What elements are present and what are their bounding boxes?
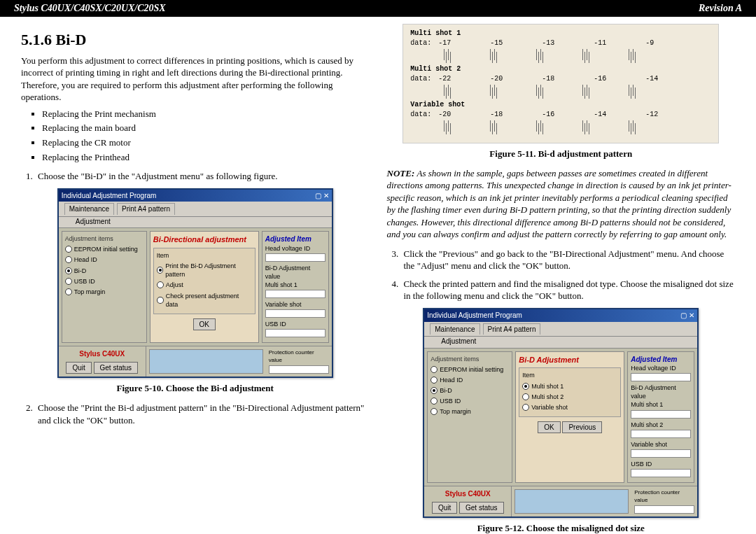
field-value [631, 430, 691, 438]
tab-adjustment[interactable]: Adjustment [59, 217, 332, 229]
step-4: Check the printed pattern and find the m… [401, 278, 736, 302]
item-box: Item Print the Bi-D Adjustment pattern A… [153, 248, 255, 314]
center-panel: Bi-Directional adjustment Item Print the… [150, 231, 259, 343]
radio-multi2[interactable]: Multi shot 2 [522, 393, 617, 401]
section-title: 5.1.6 Bi-D [21, 29, 370, 50]
pattern-value: -16 [542, 110, 594, 120]
tick-row [444, 120, 711, 132]
radio-top-margin[interactable]: Top margin [430, 407, 509, 416]
radio-bi-d[interactable]: Bi-D [65, 267, 144, 275]
radio-usb-id[interactable]: USB ID [65, 277, 144, 286]
operations-list: Replacing the Print mechanism Replacing … [42, 108, 370, 163]
ok-button[interactable]: OK [193, 318, 216, 331]
radio-eeprom[interactable]: EEPROM initial setting [430, 365, 509, 374]
pattern-value: -17 [438, 38, 490, 48]
dialog-tabs: Maintenance Print A4 pattern [424, 322, 697, 337]
field-label: Protection counter value [269, 349, 329, 365]
header-left: Stylus C40UX/C40SX/C20UX/C20SX [14, 3, 166, 14]
radio-head-id[interactable]: Head ID [430, 376, 509, 384]
field-label: Multi shot 2 [631, 421, 691, 429]
dialog-title: Individual Adjustment Program [427, 311, 522, 321]
radio-check[interactable]: Check present adjustment data [157, 292, 252, 309]
pattern-value: -14 [645, 74, 697, 84]
steps-left: Choose the "Bi-D" in the "Adjustment men… [35, 170, 370, 183]
header-bar: Stylus C40UX/C40SX/C20UX/C20SX Revision … [0, 0, 756, 17]
dialog-tabs: Maintenance Print A4 pattern [59, 202, 332, 217]
right-column: Multi shot 1 data: -17 -15 -13 -11 -9 Mu… [387, 24, 736, 534]
radio-multi1[interactable]: Multi shot 1 [522, 382, 617, 391]
step-2: Choose the "Print the Bi-d adjustment pa… [35, 402, 370, 426]
get-status-button[interactable]: Get status [459, 502, 504, 514]
adjusted-item-panel: Adjusted Item Head voltage ID Bi-D Adjus… [262, 231, 329, 343]
field-value [269, 365, 329, 374]
pattern-value: -20 [438, 110, 490, 120]
radio-bi-d[interactable]: Bi-D [430, 386, 509, 395]
steps-left-2: Choose the "Print the Bi-d adjustment pa… [35, 402, 370, 426]
field-value [265, 329, 326, 337]
window-controls[interactable]: ▢ ✕ [680, 311, 694, 321]
field-label: USB ID [631, 460, 691, 468]
data-label: data: [410, 38, 438, 48]
radio-top-margin[interactable]: Top margin [65, 288, 144, 296]
model-label: Stylus C40UX [427, 489, 508, 499]
field-label: Bi-D Adjustment value [265, 264, 326, 281]
list-item: Replacing the CR motor [42, 136, 370, 149]
adj-items-title: Adjustment items [430, 355, 509, 363]
radio-adjust[interactable]: Adjust [157, 281, 252, 289]
field-label: Head voltage ID [265, 244, 326, 253]
center-title: Bi-D Adjustment [519, 355, 621, 365]
get-status-button[interactable]: Get status [94, 362, 139, 374]
pattern-value: -9 [645, 38, 697, 48]
item-box: Item Multi shot 1 Multi shot 2 Variable … [519, 367, 621, 417]
model-label: Stylus C40UX [62, 349, 143, 359]
step-1: Choose the "Bi-D" in the "Adjustment men… [35, 170, 370, 183]
tab-adjustment[interactable]: Adjustment [424, 337, 697, 349]
tab-maintenance[interactable]: Maintenance [430, 323, 479, 335]
adjustment-items-panel: Adjustment items EEPROM initial setting … [62, 231, 147, 343]
figure-10-caption: Figure 5-10. Choose the Bi-d adjustment [21, 382, 370, 395]
field-label: Variable shot [265, 300, 326, 309]
radio-variable[interactable]: Variable shot [522, 403, 617, 412]
field-label: Multi shot 1 [265, 281, 326, 289]
note-label: NOTE: [387, 168, 415, 178]
left-column: 5.1.6 Bi-D You perform this adjustment t… [21, 24, 370, 534]
field-label: Multi shot 1 [631, 400, 691, 409]
status-row: Stylus C40UX Quit Get status Protection … [59, 346, 332, 377]
pattern-value: -15 [490, 38, 542, 48]
tab-maintenance[interactable]: Maintenance [64, 203, 114, 215]
field-label: Protection counter value [634, 489, 694, 505]
figure-12-caption: Figure 5-12. Choose the misaligned dot s… [387, 522, 736, 534]
previous-button[interactable]: Previous [562, 421, 602, 434]
quit-button[interactable]: Quit [432, 502, 457, 514]
pattern-value: -16 [594, 74, 645, 84]
item-label: Item [157, 251, 252, 260]
data-label: data: [410, 110, 438, 120]
note-block: NOTE: As shown in the sample, gaps betwe… [387, 167, 736, 241]
field-label: Bi-D Adjustment value [631, 384, 691, 400]
radio-print-bid[interactable]: Print the Bi-D Adjustment pattern [157, 262, 252, 279]
adjustment-items-panel: Adjustment items EEPROM initial setting … [427, 351, 512, 483]
radio-eeprom[interactable]: EEPROM initial setting [65, 245, 144, 253]
list-item: Replacing the Print mechanism [42, 108, 370, 120]
pattern-value: -18 [490, 110, 542, 120]
status-row: Stylus C40UX Quit Get status Protection … [424, 486, 697, 517]
center-panel: Bi-D Adjustment Item Multi shot 1 Multi … [515, 351, 624, 483]
ok-button[interactable]: OK [538, 421, 560, 434]
adjusted-item-title: Adjusted Item [265, 234, 326, 244]
field-value [631, 410, 691, 419]
item-label: Item [522, 371, 617, 379]
field-value [631, 469, 691, 477]
radio-head-id[interactable]: Head ID [65, 255, 144, 264]
window-controls[interactable]: ▢ ✕ [315, 191, 329, 201]
pattern-value: -18 [542, 74, 594, 84]
steps-right: Click the "Previous" and go back to the … [401, 248, 736, 302]
tab-print-a4[interactable]: Print A4 pattern [483, 323, 541, 335]
radio-usb-id[interactable]: USB ID [430, 397, 509, 405]
tick-row [444, 85, 711, 96]
quit-button[interactable]: Quit [66, 362, 91, 374]
pattern-row-label: Variable shot [410, 100, 711, 110]
field-value [265, 290, 326, 298]
tab-print-a4[interactable]: Print A4 pattern [117, 203, 175, 215]
field-label: Variable shot [631, 440, 691, 449]
figure-11-caption: Figure 5-11. Bi-d adjustment pattern [387, 148, 736, 160]
